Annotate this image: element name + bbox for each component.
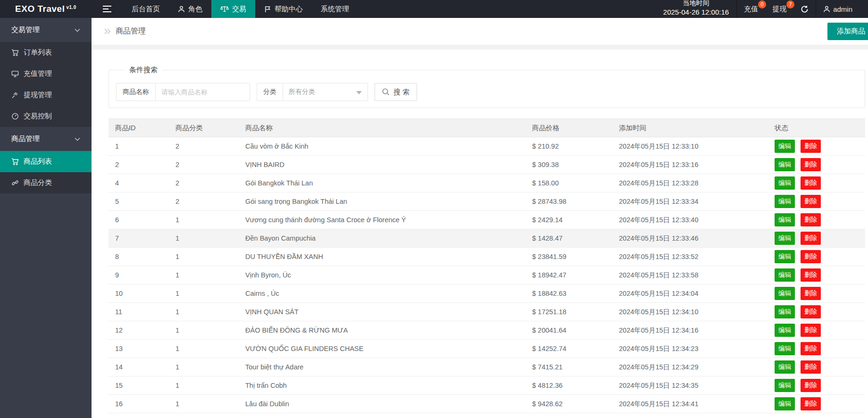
sidebar-item-label: 充值管理 <box>24 69 52 78</box>
refresh-icon <box>801 5 809 13</box>
refresh-button[interactable] <box>793 0 816 18</box>
category-selected-value: 所有分类 <box>289 88 315 96</box>
delete-button[interactable]: 删除 <box>801 176 821 190</box>
edit-button[interactable]: 编辑 <box>775 324 795 337</box>
delete-button[interactable]: 删除 <box>801 287 821 300</box>
delete-button[interactable]: 删除 <box>801 342 821 355</box>
delete-button[interactable]: 删除 <box>801 232 821 245</box>
table-row: 8 1 DU THUYỀN ĐẦM XANH $ 23841.59 2024年0… <box>108 248 865 266</box>
cell-added-time: 2024年05月15日 12:34:35 <box>612 376 768 395</box>
sidebar-item-label: 商品列表 <box>24 157 52 166</box>
product-table: 商品ID 商品分类 商品名称 商品价格 添加时间 状态 1 2 Cầu vòm … <box>108 118 865 413</box>
cell-added-time: 2024年05月15日 12:34:04 <box>612 284 768 303</box>
search-button-label: 搜 索 <box>393 88 409 97</box>
cell-added-time: 2024年05月15日 12:33:40 <box>612 211 768 229</box>
table-row: 4 2 Gói Bangkok Thái Lan $ 158.00 2024年0… <box>108 174 865 192</box>
cell-product-id: 1 <box>108 137 169 156</box>
delete-button[interactable]: 删除 <box>801 305 821 318</box>
delete-button[interactable]: 删除 <box>801 379 821 392</box>
app-logo: EXO Travel v1.0 <box>0 0 92 18</box>
chevron-down-icon <box>75 137 80 141</box>
cell-added-time: 2024年05月15日 12:33:52 <box>612 248 768 266</box>
edit-button[interactable]: 编辑 <box>775 140 795 153</box>
cell-product-id: 10 <box>108 284 169 303</box>
table-row: 13 1 VƯỜN QUỐC GIA FLINDERS CHASE $ 1425… <box>108 340 865 358</box>
sidebar-item-recharge-management[interactable]: 充值管理 <box>0 63 92 84</box>
sidebar-item-trade-control[interactable]: 交易控制 <box>0 106 92 127</box>
user-menu[interactable]: admin <box>816 0 860 18</box>
edit-button[interactable]: 编辑 <box>775 213 795 226</box>
cell-added-time: 2024年05月15日 12:33:46 <box>612 229 768 248</box>
sidebar-item-withdraw-management[interactable]: 提现管理 <box>0 84 92 106</box>
edit-button[interactable]: 编辑 <box>775 379 795 392</box>
edit-button[interactable]: 编辑 <box>775 232 795 245</box>
cell-actions: 编辑删除 <box>768 211 865 229</box>
cell-product-category: 1 <box>169 229 239 248</box>
category-select[interactable]: 所有分类 <box>283 84 367 100</box>
sidebar-item-order-list[interactable]: 订单列表 <box>0 42 92 63</box>
delete-button[interactable]: 删除 <box>801 158 821 171</box>
cell-actions: 编辑删除 <box>768 303 865 321</box>
cell-product-id: 12 <box>108 321 169 340</box>
nav-item-roles[interactable]: 角色 <box>169 0 211 18</box>
recharge-label: 充值 <box>744 5 758 14</box>
cell-added-time: 2024年05月15日 12:34:10 <box>612 303 768 321</box>
delete-button[interactable]: 删除 <box>801 397 821 410</box>
edit-button[interactable]: 编辑 <box>775 195 795 208</box>
edit-button[interactable]: 编辑 <box>775 158 795 171</box>
column-header-category: 商品分类 <box>169 119 239 137</box>
nav-item-dashboard[interactable]: 后台首页 <box>123 0 169 18</box>
app-version: v1.0 <box>66 5 76 10</box>
cell-actions: 编辑删除 <box>768 174 865 192</box>
delete-button[interactable]: 删除 <box>801 195 821 208</box>
cell-product-category: 1 <box>169 321 239 340</box>
search-button[interactable]: 搜 索 <box>375 83 417 101</box>
cell-actions: 编辑删除 <box>768 321 865 340</box>
hamburger-menu-button[interactable] <box>92 0 123 18</box>
edit-button[interactable]: 编辑 <box>775 250 795 263</box>
edit-button[interactable]: 编辑 <box>775 176 795 190</box>
nav-item-help-center[interactable]: 帮助中心 <box>255 0 312 18</box>
edit-button[interactable]: 编辑 <box>775 397 795 410</box>
nav-item-trade[interactable]: 交易 <box>211 0 255 18</box>
delete-button[interactable]: 删除 <box>801 324 821 337</box>
product-name-input[interactable] <box>155 84 250 100</box>
cell-product-name: Thị trấn Cobh <box>239 376 526 395</box>
cell-product-id: 4 <box>108 174 169 192</box>
delete-button[interactable]: 删除 <box>801 360 821 374</box>
table-row: 14 1 Tour biệt thự Adare $ 7415.21 2024年… <box>108 358 865 376</box>
cell-product-id: 14 <box>108 358 169 376</box>
sidebar-group-trade-management[interactable]: 交易管理 <box>0 18 92 42</box>
cell-product-category: 2 <box>169 174 239 192</box>
cell-product-id: 5 <box>108 192 169 211</box>
delete-button[interactable]: 删除 <box>801 140 821 153</box>
cell-product-price: $ 18842.63 <box>526 284 612 303</box>
edit-button[interactable]: 编辑 <box>775 287 795 300</box>
cell-product-id: 8 <box>108 248 169 266</box>
sidebar-item-product-list[interactable]: 商品列表 <box>0 151 92 172</box>
product-name-label: 商品名称 <box>117 84 155 100</box>
sidebar-item-product-category[interactable]: 商品分类 <box>0 172 92 193</box>
chevron-down-icon <box>75 28 80 32</box>
main-content: 商品管理 添加商品 条件搜索 商品名称 分类 所有分类 <box>92 18 868 418</box>
delete-button[interactable]: 删除 <box>801 268 821 282</box>
cell-product-price: $ 1428.47 <box>526 229 612 248</box>
user-icon <box>178 6 185 13</box>
hamburger-icon <box>103 6 111 12</box>
add-product-button[interactable]: 添加商品 <box>827 23 868 40</box>
nav-item-system[interactable]: 系统管理 <box>312 0 358 18</box>
cell-product-name: VỊNH QUAN SÁT <box>239 303 526 321</box>
edit-button[interactable]: 编辑 <box>775 305 795 318</box>
cell-product-category: 1 <box>169 211 239 229</box>
edit-button[interactable]: 编辑 <box>775 342 795 355</box>
withdraw-label: 提现 <box>772 5 786 14</box>
delete-button[interactable]: 删除 <box>801 213 821 226</box>
cell-added-time: 2024年05月15日 12:34:29 <box>612 358 768 376</box>
withdraw-button[interactable]: 提现 7 <box>765 0 793 18</box>
product-panel: 条件搜索 商品名称 分类 所有分类 搜 索 <box>92 50 868 418</box>
recharge-button[interactable]: 充值 0 <box>736 0 765 18</box>
delete-button[interactable]: 删除 <box>801 250 821 263</box>
edit-button[interactable]: 编辑 <box>775 268 795 282</box>
sidebar-group-product-management[interactable]: 商品管理 <box>0 127 92 151</box>
edit-button[interactable]: 编辑 <box>775 360 795 374</box>
